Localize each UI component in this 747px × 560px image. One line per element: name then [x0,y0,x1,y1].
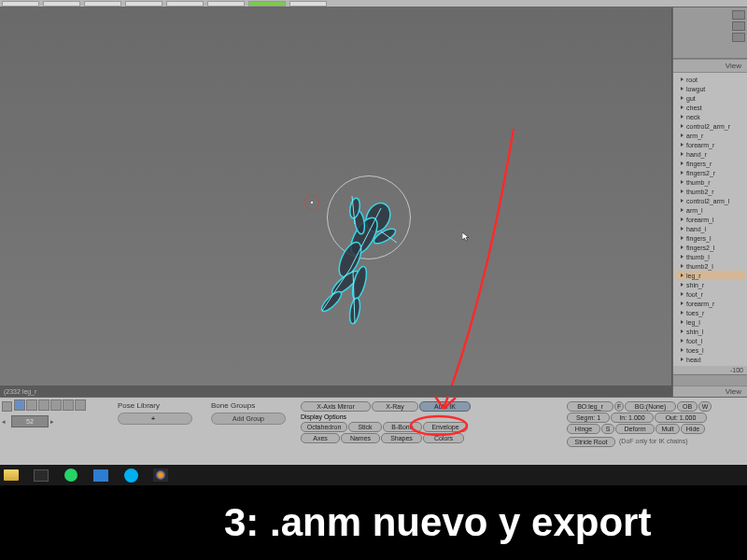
taskbar[interactable] [0,465,747,485]
outliner-item[interactable]: shin_l [675,327,745,336]
segm-field[interactable]: Segm: 1 [567,413,610,423]
svg-point-7 [319,289,345,315]
mult-toggle[interactable]: Mult [655,424,680,434]
outliner-item[interactable]: arm_r [675,131,745,140]
x-ray-toggle[interactable]: X-Ray [372,401,418,412]
deform-toggle[interactable]: Deform [615,424,655,434]
colors-toggle[interactable]: Colors [423,433,464,443]
ob-button[interactable]: OB [677,401,698,412]
outliner-item[interactable]: thumb_l [675,252,745,261]
outliner-item[interactable]: toes_r [675,308,745,317]
3d-cursor-icon [303,194,320,211]
skype-icon[interactable] [122,468,139,483]
panel-header-view[interactable]: View [673,59,747,73]
video-caption: 3: .anm nuevo y export [0,485,747,560]
outliner-item[interactable]: chest [675,103,745,112]
shading-mode-button[interactable] [63,399,74,411]
outliner-item[interactable]: leg_l [675,317,745,327]
panel-header-view-2[interactable]: View [673,385,747,397]
outliner-item[interactable]: leg_r [675,271,745,280]
menu-bar[interactable] [0,0,747,7]
s-toggle[interactable]: S [601,424,614,434]
shapes-toggle[interactable]: Shapes [381,433,422,443]
outliner-item[interactable]: toes_l [675,345,745,355]
outliner-scroll-value: -100 [673,366,747,374]
panel-icon[interactable] [732,21,745,31]
3d-viewport[interactable]: (2332 leg_r [0,7,672,397]
whatsapp-icon[interactable] [63,468,79,483]
outliner-item[interactable]: thumb2_l [675,261,745,271]
blender-icon[interactable] [152,468,169,483]
file-explorer-icon[interactable] [3,468,20,483]
outliner-item[interactable]: forearm_l [675,215,745,224]
outliner-item[interactable]: shin_r [675,280,745,289]
shading-mode-button[interactable] [75,399,86,411]
hide-toggle[interactable]: Hide [681,424,705,434]
outliner-item[interactable]: neck [675,112,745,121]
shading-mode-button[interactable] [14,399,25,411]
outliner-item[interactable]: fingers2_r [675,168,745,177]
right-sidebar[interactable]: View rootlowgutgutchestneckcontrol2_arm_… [672,7,747,397]
outliner-item[interactable]: thumb2_r [675,187,745,196]
outliner-item[interactable]: arm_l [675,205,745,215]
outliner-item[interactable]: lowgut [675,84,745,93]
outliner-item[interactable]: hand_l [675,224,745,233]
svg-point-6 [329,268,361,298]
x-axis-mirror-toggle[interactable]: X-Axis Mirror [301,401,371,412]
stride-root-toggle[interactable]: Stride Root [567,437,615,447]
outliner-item[interactable]: fingers_r [675,159,745,168]
buttons-window[interactable]: ◂ 52 ▸ Pose Library + Bone Groups Add Gr… [0,397,747,467]
bone-selection-ring [327,175,411,259]
bone-groups-label: Bone Groups [211,401,293,410]
pose-library-label: Pose Library [118,401,200,410]
outliner-item[interactable]: hand_r [675,149,745,159]
svg-line-14 [353,271,355,323]
dropdown-icon[interactable] [2,401,12,412]
outliner-item[interactable]: gut [675,93,745,103]
hinge-toggle[interactable]: Hinge [567,424,600,434]
outliner-item[interactable]: fingers2_l [675,243,745,252]
w-button[interactable]: W [698,401,712,412]
svg-line-13 [322,269,350,311]
bone-name-field[interactable]: BO:leg_r [567,401,613,412]
outliner-item[interactable]: root [675,75,745,84]
svg-point-9 [348,297,362,324]
outliner-item[interactable]: control2_arm_l [675,196,745,205]
in-field[interactable]: In: 1.000 [611,413,654,423]
outliner-item[interactable]: forearm_r [675,299,745,308]
shading-mode-button[interactable] [26,399,37,411]
mouse-cursor-icon [462,229,472,238]
panel-icon[interactable] [732,33,745,42]
out-field[interactable]: Out: 1.000 [655,413,707,423]
outliner[interactable]: rootlowgutgutchestneckcontrol2_arm_rarm_… [673,73,747,366]
outliner-item[interactable]: head [675,355,745,364]
shading-mode-button[interactable] [38,399,49,411]
bone-group-field[interactable]: BG:(None) [625,401,676,412]
terminal-icon[interactable] [33,468,49,483]
viewport-status: (2332 leg_r [4,388,36,395]
b-bone-button[interactable]: B-Bone [383,422,422,432]
mail-icon[interactable] [92,468,109,483]
outliner-item[interactable]: control2_arm_r [675,121,745,131]
auto-ik-toggle[interactable]: Auto IK [419,401,471,412]
frame-spinner[interactable]: 52 [11,415,49,427]
outliner-item[interactable]: fingers_l [675,233,745,243]
dof-note: (DoF only for IK chains) [616,437,691,447]
viewport-footer: (2332 leg_r [0,385,671,397]
add-pose-button[interactable]: + [118,413,192,425]
f-button[interactable]: F [614,401,624,412]
envelope-button[interactable]: Envelope [423,422,468,432]
panel-icon[interactable] [732,10,745,20]
stick-button[interactable]: Stick [348,422,382,432]
outliner-item[interactable]: foot_l [675,336,745,345]
add-group-button[interactable]: Add Group [211,413,286,425]
outliner-item[interactable]: forearm_r [675,140,745,149]
svg-point-8 [350,265,370,301]
axes-toggle[interactable]: Axes [301,433,340,443]
outliner-item[interactable]: thumb_r [675,177,745,187]
display-options-label: Display Options [301,413,563,420]
outliner-item[interactable]: foot_r [675,289,745,299]
names-toggle[interactable]: Names [341,433,380,443]
shading-mode-button[interactable] [50,399,62,411]
octahedron-button[interactable]: Octahedron [301,422,347,432]
